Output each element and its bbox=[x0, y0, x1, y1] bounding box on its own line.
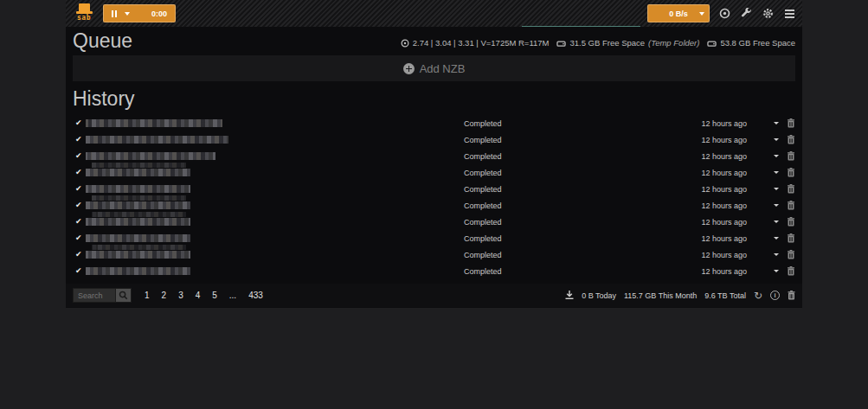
item-status: Completed bbox=[464, 119, 502, 128]
history-header-row: History bbox=[66, 85, 802, 112]
item-age: 12 hours ago bbox=[701, 169, 747, 177]
topbar-icons bbox=[718, 8, 795, 20]
row-actions-caret-icon[interactable] bbox=[774, 237, 779, 240]
hdd-icon bbox=[556, 39, 566, 48]
pagination-page[interactable]: 5 bbox=[206, 287, 223, 304]
item-age: 12 hours ago bbox=[701, 201, 747, 210]
row-delete-icon[interactable] bbox=[788, 201, 794, 210]
gear-icon[interactable] bbox=[762, 8, 774, 20]
queue-title: Queue bbox=[73, 29, 132, 52]
temp-folder-space: 31.5 GB Free Space (Temp Folder) bbox=[556, 38, 699, 48]
pagination-page[interactable]: 2 bbox=[156, 287, 173, 304]
history-row[interactable]: ✔ Completed 12 hours ago bbox=[66, 263, 802, 279]
history-list: ✔ Completed 12 hours ago ✔ Completed 12 … bbox=[66, 115, 802, 279]
add-nzb-button[interactable]: Add NZB bbox=[73, 55, 795, 81]
row-delete-icon[interactable] bbox=[788, 217, 794, 227]
item-status: Completed bbox=[464, 185, 502, 194]
redacted-item-name[interactable] bbox=[86, 152, 215, 160]
status-circle-icon[interactable] bbox=[718, 8, 730, 20]
redacted-item-name[interactable] bbox=[86, 136, 228, 144]
row-delete-icon[interactable] bbox=[788, 250, 794, 259]
completed-check-icon: ✔ bbox=[75, 184, 82, 193]
redacted-item-name[interactable] bbox=[86, 267, 190, 275]
load-values: 2.74 | 3.04 | 3.31 | V=1725M R=117M bbox=[413, 38, 550, 48]
pause-dropdown-caret-icon[interactable] bbox=[125, 12, 130, 16]
item-status: Completed bbox=[464, 251, 502, 259]
load-gauge-icon bbox=[401, 39, 409, 48]
pagination-page[interactable]: 3 bbox=[172, 287, 190, 304]
pause-timer: 0:00 bbox=[151, 10, 167, 18]
redacted-item-name[interactable] bbox=[86, 201, 190, 209]
row-actions-caret-icon[interactable] bbox=[774, 171, 779, 174]
row-delete-icon[interactable] bbox=[788, 168, 794, 177]
logo-hat-icon bbox=[79, 3, 90, 11]
pause-button[interactable]: 0:00 bbox=[103, 4, 176, 22]
item-age: 12 hours ago bbox=[701, 119, 747, 128]
pagination-ellipsis: ... bbox=[223, 287, 242, 304]
history-row[interactable]: ✔ Completed 12 hours ago bbox=[66, 246, 802, 263]
hdd-icon bbox=[707, 39, 717, 48]
search-group bbox=[73, 288, 132, 303]
menu-icon[interactable] bbox=[783, 8, 795, 20]
item-age: 12 hours ago bbox=[701, 251, 747, 259]
history-row[interactable]: ✔ Completed 12 hours ago bbox=[66, 115, 802, 131]
item-age: 12 hours ago bbox=[701, 218, 747, 227]
pagination-page[interactable]: 433 bbox=[242, 287, 269, 304]
row-delete-icon[interactable] bbox=[788, 184, 794, 194]
row-actions-caret-icon[interactable] bbox=[774, 155, 779, 157]
row-delete-icon[interactable] bbox=[788, 135, 794, 144]
redacted-item-name[interactable] bbox=[86, 234, 190, 242]
item-status: Completed bbox=[464, 218, 502, 227]
history-row[interactable]: ✔ Completed 12 hours ago bbox=[66, 131, 802, 148]
row-actions-caret-icon[interactable] bbox=[774, 270, 779, 272]
row-actions-caret-icon[interactable] bbox=[774, 188, 779, 190]
redacted-item-name[interactable] bbox=[86, 251, 190, 259]
info-icon[interactable]: i bbox=[770, 291, 780, 300]
completed-check-icon: ✔ bbox=[75, 151, 82, 160]
completed-check-icon: ✔ bbox=[75, 250, 82, 259]
row-actions-caret-icon[interactable] bbox=[774, 220, 779, 223]
footer-stats: 0 B Today 115.7 GB This Month 9.6 TB Tot… bbox=[565, 291, 795, 301]
completed-check-icon: ✔ bbox=[75, 217, 82, 226]
row-actions-caret-icon[interactable] bbox=[774, 122, 779, 125]
pagination: 12345...433 bbox=[138, 287, 269, 304]
redacted-item-name[interactable] bbox=[86, 185, 190, 193]
item-age: 12 hours ago bbox=[701, 136, 747, 144]
plus-circle-icon bbox=[403, 63, 415, 74]
speed-limit-button[interactable]: 0 B/s bbox=[647, 4, 710, 22]
stats-total: 9.6 TB Total bbox=[704, 291, 746, 300]
search-input[interactable] bbox=[73, 288, 116, 303]
completed-check-icon: ✔ bbox=[75, 266, 82, 275]
wrench-icon[interactable] bbox=[740, 8, 752, 20]
row-delete-icon[interactable] bbox=[788, 233, 794, 243]
redacted-item-name[interactable] bbox=[86, 218, 190, 226]
redacted-item-name[interactable] bbox=[86, 169, 190, 176]
pagination-page[interactable]: 1 bbox=[138, 287, 156, 304]
pagination-page[interactable]: 4 bbox=[190, 287, 207, 304]
refresh-icon[interactable]: ↻ bbox=[754, 291, 762, 301]
queue-header-row: Queue 2.74 | 3.04 | 3.31 | V=1725M R=117… bbox=[66, 27, 802, 54]
sabnzbd-logo-icon[interactable]: sab bbox=[73, 3, 95, 26]
item-age: 12 hours ago bbox=[701, 267, 747, 276]
row-delete-icon[interactable] bbox=[788, 266, 794, 276]
row-actions-caret-icon[interactable] bbox=[774, 204, 779, 207]
stats-month: 115.7 GB This Month bbox=[624, 291, 697, 300]
row-delete-icon[interactable] bbox=[788, 118, 794, 128]
temp-folder-note: (Temp Folder) bbox=[648, 38, 699, 48]
app-container: sab 0:00 0 B/s Queue bbox=[66, 0, 802, 308]
completed-check-icon: ✔ bbox=[75, 135, 82, 144]
row-delete-icon[interactable] bbox=[788, 151, 794, 161]
item-age: 12 hours ago bbox=[701, 152, 747, 161]
purge-history-trash-icon[interactable] bbox=[788, 291, 795, 300]
search-icon bbox=[119, 291, 128, 300]
system-stats: 2.74 | 3.04 | 3.31 | V=1725M R=117M 31.5… bbox=[401, 38, 795, 48]
history-row[interactable]: ✔ Completed 12 hours ago bbox=[66, 164, 802, 181]
search-button[interactable] bbox=[116, 288, 132, 303]
complete-folder-space: 53.8 GB Free Space bbox=[707, 38, 795, 48]
speed-graph bbox=[522, 16, 640, 27]
redacted-item-name[interactable] bbox=[86, 119, 222, 127]
history-row[interactable]: ✔ Completed 12 hours ago bbox=[66, 214, 802, 230]
row-actions-caret-icon[interactable] bbox=[774, 253, 779, 256]
row-actions-caret-icon[interactable] bbox=[774, 138, 779, 141]
item-status: Completed bbox=[464, 267, 502, 276]
